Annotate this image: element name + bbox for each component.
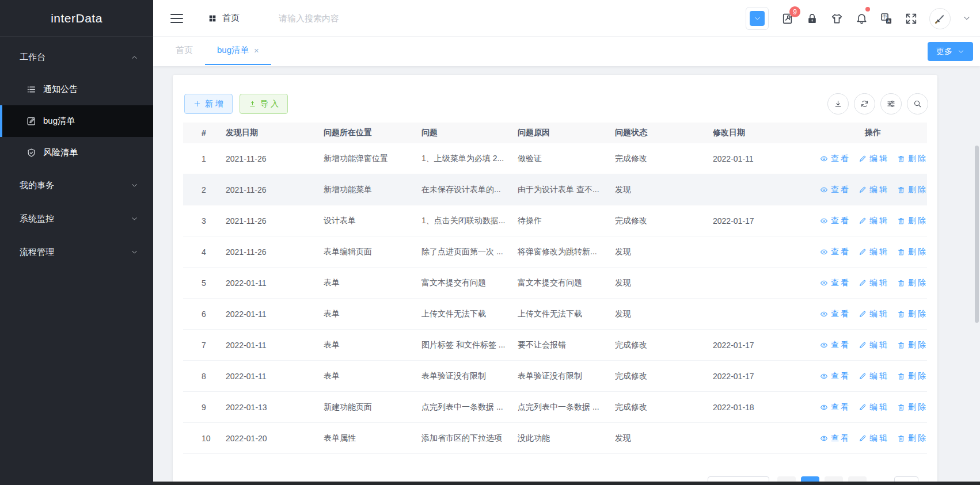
table-row[interactable]: 72022-01-11表单图片标签 和文件标签 ...要不让会报错完成修改202… — [183, 330, 927, 361]
cell-reason: 富文本提交有问题 — [518, 278, 615, 288]
lock-button[interactable] — [806, 12, 818, 25]
edit-action[interactable]: 编辑 — [859, 154, 887, 164]
card-toolbar: 新增 导入 — [184, 94, 288, 114]
delete-action[interactable]: 删除 — [897, 278, 926, 288]
theme-select-button[interactable] — [746, 7, 769, 30]
horizontal-scrollbar[interactable] — [153, 482, 980, 485]
delete-action[interactable]: 删除 — [897, 216, 926, 226]
sidebar-group-process-mgmt[interactable]: 流程管理 — [0, 235, 153, 269]
refresh-button[interactable] — [854, 93, 875, 114]
cell-actions: 查看编辑删除 — [819, 433, 927, 444]
tab-bug-list[interactable]: bug清单× — [205, 37, 271, 65]
add-button[interactable]: 新增 — [184, 94, 233, 114]
import-button[interactable]: 导入 — [240, 94, 288, 114]
edit-action[interactable]: 编辑 — [859, 185, 887, 195]
table-search-button[interactable] — [907, 93, 928, 114]
delete-action[interactable]: 删除 — [897, 340, 926, 350]
user-avatar[interactable] — [929, 8, 951, 29]
delete-action[interactable]: 删除 — [897, 185, 926, 195]
table-header-row: #发现日期问题所在位置问题问题原因问题状态修改日期操作 — [183, 123, 927, 143]
edit-action[interactable]: 编辑 — [859, 402, 887, 413]
table-row[interactable]: 62022-01-11表单上传文件无法下载上传文件无法下载发现查看编辑删除 — [183, 299, 927, 330]
table-row[interactable]: 42021-11-26表单编辑页面除了点进页面第一次 ...将弹窗修改为跳转新.… — [183, 236, 927, 268]
sidebar-group-label: 流程管理 — [20, 247, 54, 258]
column-settings-button[interactable] — [880, 93, 902, 114]
task-tools-button[interactable]: 9 — [781, 12, 793, 25]
translate-icon: 中A — [880, 13, 892, 25]
more-button[interactable]: 更多 — [928, 42, 973, 61]
view-action-label: 查看 — [831, 185, 850, 195]
column-header: 修改日期 — [713, 128, 819, 138]
language-button[interactable]: 中A — [880, 12, 892, 25]
breadcrumb[interactable]: 首页 — [208, 13, 240, 24]
table-row[interactable]: 12021-11-26新增功能弹窗位置1、上级菜单为必填 2...做验证完成修改… — [183, 143, 927, 174]
view-action-label: 查看 — [831, 278, 850, 288]
delete-action[interactable]: 删除 — [897, 247, 926, 257]
view-action[interactable]: 查看 — [820, 309, 849, 319]
menu-toggle-icon[interactable] — [170, 14, 183, 23]
edit-action[interactable]: 编辑 — [859, 433, 887, 444]
edit-action[interactable]: 编辑 — [859, 371, 887, 381]
theme-skin-button[interactable] — [830, 12, 843, 25]
app-root: interData 工作台通知公告bug清单风险清单我的事务系统监控流程管理 首… — [0, 0, 980, 485]
view-action[interactable]: 查看 — [820, 340, 849, 350]
view-action[interactable]: 查看 — [820, 371, 849, 381]
trash-icon — [897, 217, 905, 225]
delete-action[interactable]: 删除 — [897, 433, 926, 444]
delete-action-label: 删除 — [908, 278, 927, 288]
column-header: 操作 — [819, 128, 927, 138]
view-action[interactable]: 查看 — [820, 247, 849, 257]
eye-icon — [820, 341, 828, 349]
view-action[interactable]: 查看 — [820, 278, 849, 288]
eye-icon — [820, 217, 828, 225]
view-action[interactable]: 查看 — [820, 185, 849, 195]
table-row[interactable]: 102022-01-20表单属性添加省市区的下拉选项没此功能发现查看编辑删除 — [183, 423, 927, 454]
view-action[interactable]: 查看 — [820, 216, 849, 226]
download-button[interactable] — [827, 93, 849, 114]
table-row[interactable]: 82022-01-11表单表单验证没有限制表单验证没有限制完成修改2022-01… — [183, 361, 927, 392]
user-menu-chevron-icon[interactable] — [963, 14, 971, 22]
sidebar-group-workbench[interactable]: 工作台 — [0, 40, 153, 74]
table-row[interactable]: 52022-01-11表单富文本提交有问题富文本提交有问题发现查看编辑删除 — [183, 268, 927, 299]
list-icon — [26, 85, 36, 94]
notifications-button[interactable] — [855, 12, 868, 25]
edit-action[interactable]: 编辑 — [859, 247, 887, 257]
edit-action[interactable]: 编辑 — [859, 216, 887, 226]
sidebar-item-notice[interactable]: 通知公告 — [0, 74, 153, 105]
edit-action[interactable]: 编辑 — [859, 278, 887, 288]
sidebar-group-my-affairs[interactable]: 我的事务 — [0, 169, 153, 202]
sidebar-item-bug-list[interactable]: bug清单 — [0, 105, 153, 137]
sidebar-group-system-monitor[interactable]: 系统监控 — [0, 202, 153, 235]
tab-close-icon[interactable]: × — [254, 46, 259, 55]
notification-badge: 9 — [789, 6, 800, 17]
tab-home[interactable]: 首页 — [164, 37, 205, 65]
eye-icon — [820, 310, 828, 318]
table-row[interactable]: 32021-11-26设计表单1、点击关闭联动数据...待操作完成修改2022-… — [183, 205, 927, 236]
search-input[interactable] — [279, 13, 411, 23]
edit-action[interactable]: 编辑 — [859, 309, 887, 319]
view-action[interactable]: 查看 — [820, 154, 849, 164]
sidebar-group-label: 工作台 — [20, 52, 45, 63]
delete-action[interactable]: 删除 — [897, 371, 926, 381]
vertical-scrollbar[interactable] — [975, 146, 979, 323]
view-action-label: 查看 — [831, 340, 850, 350]
table-row[interactable]: 22021-11-26新增功能菜单在未保存设计表单的...由于为设计表单 查不.… — [183, 174, 927, 205]
sidebar-item-risk-list[interactable]: 风险清单 — [0, 137, 153, 169]
edit-action[interactable]: 编辑 — [859, 340, 887, 350]
cell-actions: 查看编辑删除 — [819, 402, 927, 413]
delete-action[interactable]: 删除 — [897, 154, 926, 164]
delete-action[interactable]: 删除 — [897, 309, 926, 319]
edit-action-label: 编辑 — [869, 309, 889, 319]
table-row[interactable]: 92022-01-13新建功能页面点完列表中一条数据 ...点完列表中一条数据 … — [183, 392, 927, 423]
add-button-label: 新增 — [205, 99, 226, 109]
delete-action[interactable]: 删除 — [897, 402, 926, 413]
view-action[interactable]: 查看 — [820, 402, 849, 413]
fullscreen-button[interactable] — [905, 12, 917, 25]
topbar-actions: 9 中A — [746, 0, 971, 37]
tshirt-icon — [831, 13, 843, 25]
edit-action-label: 编辑 — [869, 185, 889, 195]
cell-issue: 添加省市区的下拉选项 — [421, 433, 518, 444]
trash-icon — [897, 403, 905, 411]
pencil-icon — [859, 279, 867, 287]
view-action[interactable]: 查看 — [820, 433, 849, 444]
